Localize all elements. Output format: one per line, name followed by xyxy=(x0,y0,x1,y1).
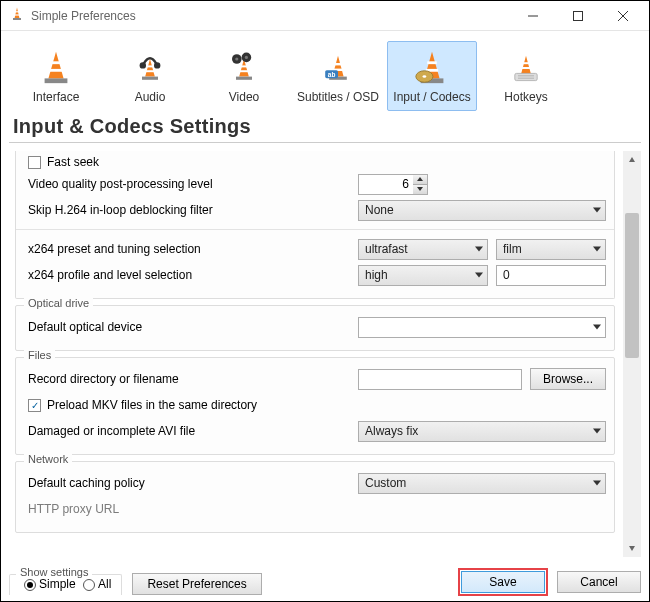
tab-label: Video xyxy=(229,90,259,104)
maximize-button[interactable] xyxy=(555,2,600,30)
svg-rect-11 xyxy=(146,70,154,72)
checkbox-icon xyxy=(28,156,41,169)
svg-rect-17 xyxy=(236,77,252,80)
spin-up-icon[interactable] xyxy=(413,175,427,185)
browse-button[interactable]: Browse... xyxy=(530,368,606,390)
video-quality-value: 6 xyxy=(359,175,413,194)
svg-rect-9 xyxy=(45,78,68,83)
svg-rect-12 xyxy=(142,77,158,80)
caching-combo[interactable]: Custom xyxy=(358,473,606,494)
svg-rect-10 xyxy=(147,65,153,67)
group-files: Files Record directory or filename Brows… xyxy=(15,357,615,455)
group-legend: Network xyxy=(24,453,72,465)
tab-hotkeys[interactable]: Hotkeys xyxy=(481,41,571,111)
app-icon xyxy=(9,6,25,25)
record-dir-input[interactable] xyxy=(358,369,522,390)
svg-point-31 xyxy=(423,75,427,77)
x264-preset-label: x264 preset and tuning selection xyxy=(24,242,350,256)
svg-rect-1 xyxy=(15,14,19,15)
chevron-down-icon xyxy=(593,247,601,252)
spin-down-icon[interactable] xyxy=(413,185,427,194)
chevron-down-icon xyxy=(475,247,483,252)
chevron-down-icon xyxy=(593,208,601,213)
film-cone-icon xyxy=(225,48,263,86)
tab-subtitles[interactable]: ab Subtitles / OSD xyxy=(293,41,383,111)
svg-rect-32 xyxy=(523,62,529,64)
scrollbar-thumb[interactable] xyxy=(625,213,639,358)
group-legend: Optical drive xyxy=(24,297,93,309)
proxy-label: HTTP proxy URL xyxy=(24,502,350,516)
tab-label: Subtitles / OSD xyxy=(297,90,379,104)
preload-mkv-label: Preload MKV files in the same directory xyxy=(47,398,257,412)
close-button[interactable] xyxy=(600,2,645,30)
svg-text:ab: ab xyxy=(328,71,336,78)
svg-rect-4 xyxy=(573,11,582,20)
svg-rect-22 xyxy=(334,63,342,65)
scrollbar[interactable] xyxy=(623,151,641,557)
damaged-avi-combo[interactable]: Always fix xyxy=(358,421,606,442)
svg-rect-15 xyxy=(241,65,247,67)
fast-seek-label: Fast seek xyxy=(47,155,99,169)
show-settings-group: Show settings Simple All xyxy=(9,574,122,595)
x264-level-input[interactable]: 0 xyxy=(496,265,606,286)
radio-simple[interactable]: Simple xyxy=(20,577,76,591)
chevron-down-icon xyxy=(475,273,483,278)
tab-label: Interface xyxy=(33,90,80,104)
svg-rect-33 xyxy=(522,67,530,69)
x264-profile-combo[interactable]: high xyxy=(358,265,488,286)
show-settings-legend: Show settings xyxy=(16,566,92,578)
x264-preset-combo[interactable]: ultrafast xyxy=(358,239,488,260)
save-button[interactable]: Save xyxy=(461,571,545,593)
headphones-cone-icon xyxy=(131,48,169,86)
svg-rect-34 xyxy=(515,73,537,80)
minimize-button[interactable] xyxy=(510,2,555,30)
cone-icon xyxy=(37,48,75,86)
preload-mkv-checkbox[interactable]: ✓ Preload MKV files in the same director… xyxy=(24,398,257,412)
group-legend: Files xyxy=(24,349,55,361)
svg-point-20 xyxy=(235,57,238,60)
cancel-button[interactable]: Cancel xyxy=(557,571,641,593)
group-codecs: Fast seek Video quality post-processing … xyxy=(15,151,615,299)
tab-input-codecs[interactable]: Input / Codecs xyxy=(387,41,477,111)
tab-audio[interactable]: Audio xyxy=(105,41,195,111)
svg-rect-2 xyxy=(13,18,21,20)
page-title: Input & Codecs Settings xyxy=(1,115,649,142)
x264-profile-label: x264 profile and level selection xyxy=(24,268,350,282)
tab-label: Audio xyxy=(135,90,166,104)
video-quality-label: Video quality post-processing level xyxy=(24,177,350,191)
svg-rect-8 xyxy=(50,69,62,72)
disc-cone-icon xyxy=(413,48,451,86)
title-bar: Simple Preferences xyxy=(1,1,649,31)
default-optical-combo[interactable] xyxy=(358,317,606,338)
window-title: Simple Preferences xyxy=(31,9,136,23)
scroll-down-icon[interactable] xyxy=(623,539,641,557)
group-optical: Optical drive Default optical device xyxy=(15,305,615,351)
record-dir-label: Record directory or filename xyxy=(24,372,350,386)
tab-label: Hotkeys xyxy=(504,90,547,104)
group-network: Network Default caching policy Custom HT… xyxy=(15,461,615,533)
damaged-avi-label: Damaged or incomplete AVI file xyxy=(24,424,350,438)
tab-video[interactable]: Video xyxy=(199,41,289,111)
radio-all[interactable]: All xyxy=(79,577,111,591)
keyboard-cone-icon xyxy=(507,48,545,86)
chevron-down-icon xyxy=(593,481,601,486)
video-quality-spin[interactable]: 6 xyxy=(358,174,428,195)
skip-h264-combo[interactable]: None xyxy=(358,200,606,221)
svg-point-21 xyxy=(245,56,248,59)
svg-point-13 xyxy=(140,62,146,68)
scroll-up-icon[interactable] xyxy=(623,151,641,169)
caching-label: Default caching policy xyxy=(24,476,350,490)
settings-scroll-area: Fast seek Video quality post-processing … xyxy=(9,151,641,557)
reset-preferences-button[interactable]: Reset Preferences xyxy=(132,573,261,595)
svg-rect-16 xyxy=(240,70,248,72)
subtitle-cone-icon: ab xyxy=(319,48,357,86)
x264-tune-combo[interactable]: film xyxy=(496,239,606,260)
svg-rect-7 xyxy=(51,61,61,64)
checkbox-checked-icon: ✓ xyxy=(28,399,41,412)
chevron-down-icon xyxy=(593,429,601,434)
svg-rect-27 xyxy=(427,61,437,64)
tab-interface[interactable]: Interface xyxy=(11,41,101,111)
category-tabs: Interface Audio Video ab Subtitles / OSD… xyxy=(1,31,649,115)
svg-point-14 xyxy=(154,62,160,68)
fast-seek-checkbox[interactable]: Fast seek xyxy=(24,155,99,169)
